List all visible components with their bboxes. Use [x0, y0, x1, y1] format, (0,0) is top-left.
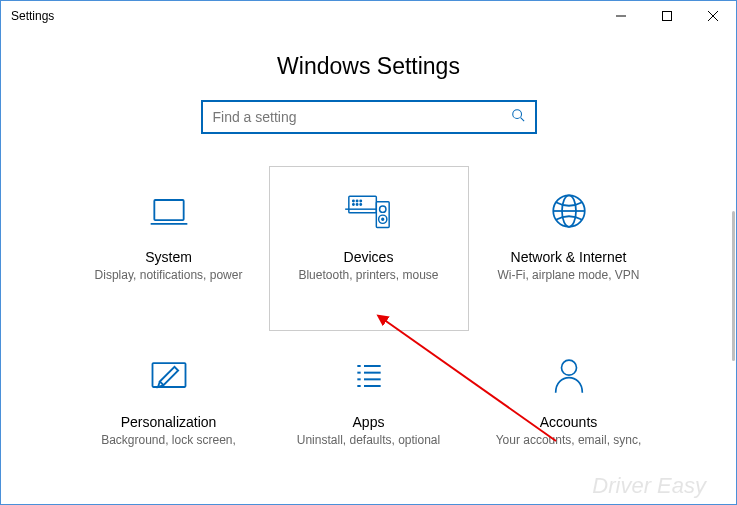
tile-desc: Background, lock screen, — [95, 433, 242, 448]
svg-point-11 — [356, 200, 357, 201]
maximize-icon — [662, 11, 672, 21]
globe-icon — [545, 187, 593, 235]
tile-devices[interactable]: Devices Bluetooth, printers, mouse — [269, 166, 469, 331]
tile-label: Network & Internet — [511, 249, 627, 265]
titlebar-buttons — [598, 1, 736, 31]
svg-point-10 — [352, 200, 353, 201]
tile-label: Accounts — [540, 414, 598, 430]
settings-window: Settings Windows Settings — [0, 0, 737, 505]
personalization-icon — [145, 352, 193, 400]
svg-point-4 — [512, 110, 521, 119]
svg-rect-6 — [154, 200, 183, 220]
tile-label: Personalization — [121, 414, 217, 430]
devices-icon — [345, 187, 393, 235]
titlebar: Settings — [1, 1, 736, 31]
tile-system[interactable]: System Display, notifications, power — [69, 166, 269, 331]
svg-point-13 — [352, 204, 353, 205]
search-container — [1, 100, 736, 134]
scrollbar[interactable] — [732, 211, 735, 361]
content-area: Windows Settings System Display, notific… — [1, 31, 736, 504]
search-input[interactable] — [213, 109, 511, 125]
tile-desc: Your accounts, email, sync, — [490, 433, 648, 448]
page-title: Windows Settings — [1, 53, 736, 80]
tile-label: System — [145, 249, 192, 265]
minimize-icon — [616, 11, 626, 21]
tile-desc: Wi-Fi, airplane mode, VPN — [491, 268, 645, 283]
tile-desc: Uninstall, defaults, optional — [291, 433, 446, 448]
tile-apps[interactable]: Apps Uninstall, defaults, optional — [269, 331, 469, 496]
svg-line-5 — [520, 118, 524, 122]
close-button[interactable] — [690, 1, 736, 31]
maximize-button[interactable] — [644, 1, 690, 31]
svg-point-15 — [360, 204, 361, 205]
svg-rect-23 — [152, 363, 185, 387]
tiles-grid: System Display, notifications, power — [44, 166, 694, 496]
close-icon — [708, 11, 718, 21]
apps-icon — [345, 352, 393, 400]
tile-desc: Display, notifications, power — [89, 268, 249, 283]
tile-label: Apps — [353, 414, 385, 430]
svg-rect-1 — [663, 12, 672, 21]
search-box[interactable] — [201, 100, 537, 134]
tile-label: Devices — [344, 249, 394, 265]
tile-personalization[interactable]: Personalization Background, lock screen, — [69, 331, 269, 496]
minimize-button[interactable] — [598, 1, 644, 31]
svg-point-32 — [561, 360, 576, 375]
window-title: Settings — [11, 9, 54, 23]
tile-accounts[interactable]: Accounts Your accounts, email, sync, — [469, 331, 669, 496]
system-icon — [145, 187, 193, 235]
svg-point-14 — [356, 204, 357, 205]
svg-point-12 — [360, 200, 361, 201]
tile-network[interactable]: Network & Internet Wi-Fi, airplane mode,… — [469, 166, 669, 331]
tile-desc: Bluetooth, printers, mouse — [292, 268, 444, 283]
svg-point-19 — [381, 218, 383, 220]
accounts-icon — [545, 352, 593, 400]
search-icon — [511, 108, 525, 126]
